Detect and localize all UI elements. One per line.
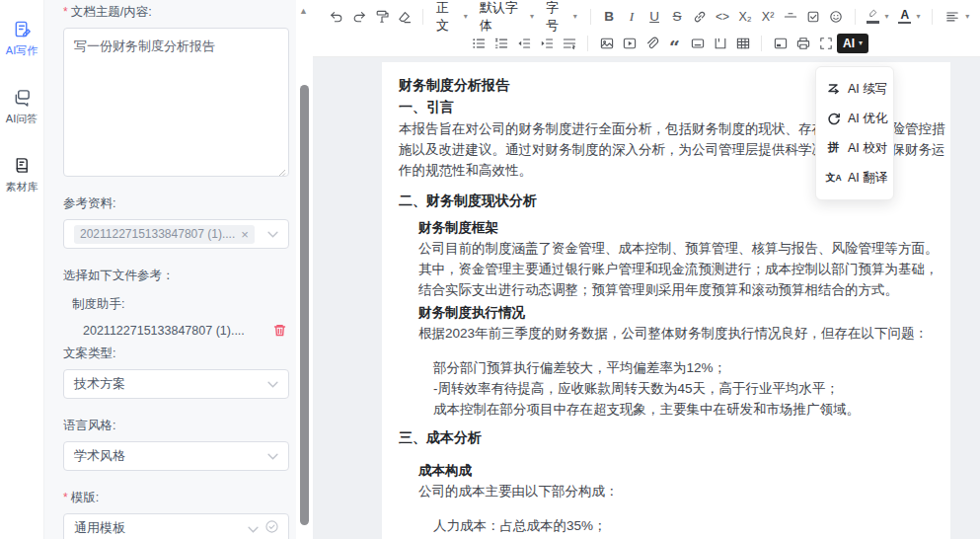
menu-item-ai-optimize[interactable]: AI 优化 — [816, 104, 893, 133]
form-scrollbar: ▲ — [296, 0, 313, 539]
nav-rail: AI写作 AI问答 素材库 — [0, 0, 44, 539]
paragraph-style-dropdown[interactable]: 正文▾ — [430, 6, 474, 28]
assistant-label: 制度助手: — [72, 296, 289, 313]
insert-image-button[interactable] — [595, 33, 618, 54]
document-canvas: 财务制度分析报告 一、引言 本报告旨在对公司的财务制度进行全面分析，包括财务制度… — [313, 57, 980, 539]
italic-button[interactable]: I — [621, 6, 643, 28]
tag-close-icon[interactable]: × — [241, 227, 249, 242]
bullet-list-button[interactable] — [467, 33, 490, 54]
editor-toolbar: 正文▾ 默认字体▾ 字号▾ B I U S <> X₂ X² — [313, 0, 980, 57]
align-dropdown[interactable]: ▾ — [940, 6, 974, 28]
reference-tag: 2021122715133847807 (1).... × — [74, 225, 255, 244]
inline-code-button[interactable]: <> — [712, 6, 734, 28]
app-window: AI写作 AI问答 素材库 *文档主题/内容: 写一份财务制度分析报告 参考资料… — [0, 0, 980, 539]
reference-select[interactable]: 2021122715133847807 (1).... × — [63, 219, 289, 249]
doc-list-item: 成本控制在部分项目中存在超支现象，主要集中在研发和市场推广领域。 — [433, 399, 945, 420]
toolbar-row-1: 正文▾ 默认字体▾ 字号▾ B I U S <> X₂ X² — [325, 3, 974, 30]
align-left-icon — [944, 9, 960, 25]
undo-button[interactable] — [325, 6, 347, 28]
nav-item-label: 素材库 — [6, 180, 38, 194]
bold-button[interactable]: B — [598, 6, 621, 28]
font-size-dropdown[interactable]: 字号▾ — [540, 6, 583, 28]
attachment-button[interactable] — [641, 33, 663, 54]
caret-down-icon: ▾ — [464, 12, 468, 21]
scrollbar-thumb[interactable] — [300, 85, 309, 525]
resize-handle[interactable] — [278, 169, 286, 177]
code-block-button[interactable] — [709, 33, 731, 54]
horizontal-rule-button[interactable] — [780, 6, 802, 28]
doc-paragraph: 公司目前的制度涵盖了资金管理、成本控制、预算管理、核算与报告、风险管理等方面。其… — [418, 238, 945, 300]
doc-type-value: 技术方案 — [74, 375, 125, 393]
style-select[interactable]: 学术风格 — [63, 441, 289, 471]
circle-check-icon — [265, 520, 278, 536]
doc-paragraph: 根据2023年前三季度的财务数据，公司整体财务制度执行情况良好，但存在以下问题： — [418, 323, 945, 344]
caret-down-icon: ▾ — [916, 12, 920, 21]
style-value: 学术风格 — [74, 447, 125, 465]
line-spacing-button[interactable] — [558, 33, 580, 54]
emoji-button[interactable] — [825, 6, 848, 28]
delete-file-icon[interactable] — [272, 323, 287, 338]
caret-down-icon: ▾ — [859, 38, 863, 47]
subscript-button[interactable]: X₂ — [734, 6, 757, 28]
clear-format-button[interactable] — [393, 6, 415, 28]
menu-item-ai-proofread[interactable]: 拼 AI 校对 — [816, 133, 893, 163]
highlight-pen-icon — [867, 9, 879, 24]
doc-heading: 三、成本分析 — [399, 427, 945, 448]
topic-input[interactable]: 写一份财务制度分析报告 — [63, 28, 289, 177]
insert-video-button[interactable] — [618, 33, 641, 54]
scroll-up-icon[interactable]: ▲ — [299, 7, 308, 16]
redo-button[interactable] — [347, 6, 370, 28]
strikethrough-button[interactable]: S — [666, 6, 689, 28]
superscript-button[interactable]: X² — [757, 6, 780, 28]
indent-button[interactable] — [535, 33, 558, 54]
caret-down-icon: ▾ — [884, 12, 888, 21]
underline-button[interactable]: U — [643, 6, 666, 28]
reference-file-name: 2021122715133847807 (1).... — [83, 324, 272, 338]
fullscreen-button[interactable] — [814, 33, 837, 54]
highlight-color-dropdown[interactable]: ▾ — [863, 6, 894, 28]
nav-item-library[interactable]: 素材库 — [6, 156, 38, 194]
ai-proofread-icon: 拼 — [826, 141, 841, 156]
menu-item-ai-continue[interactable]: AI 续写 — [816, 74, 893, 104]
chevron-down-icon — [267, 453, 278, 460]
ai-writing-icon — [13, 20, 32, 40]
caret-down-icon: ▾ — [530, 12, 534, 21]
template-label: *模版: — [63, 490, 289, 506]
nav-item-ai-qa[interactable]: AI问答 — [6, 88, 38, 126]
doc-type-select[interactable]: 技术方案 — [63, 369, 289, 399]
ordered-list-button[interactable] — [490, 33, 512, 54]
divider-block-button[interactable] — [686, 33, 709, 54]
outdent-button[interactable] — [512, 33, 535, 54]
menu-item-ai-translate[interactable]: 文A AI 翻译 — [816, 163, 893, 192]
ai-dropdown-button[interactable]: AI▾ — [837, 34, 868, 53]
print-button[interactable] — [792, 33, 814, 54]
doc-list-item: 人力成本：占总成本的35%； — [433, 515, 945, 536]
page-setup-button[interactable] — [769, 33, 792, 54]
font-color-dropdown[interactable]: A ▾ — [893, 6, 925, 28]
font-family-dropdown[interactable]: 默认字体▾ — [474, 6, 540, 28]
file-select-label: 选择如下文件参考： — [63, 268, 289, 284]
chevron-down-icon — [267, 381, 278, 388]
required-mark: * — [63, 5, 68, 19]
caret-down-icon: ▾ — [573, 12, 577, 21]
insert-table-button[interactable] — [731, 33, 754, 54]
doc-type-label: 文案类型: — [63, 346, 289, 362]
required-mark: * — [63, 491, 68, 504]
toolbar-divider — [587, 36, 588, 51]
blockquote-button[interactable]: “ — [663, 33, 686, 54]
writing-form-panel: *文档主题/内容: 写一份财务制度分析报告 参考资料: 202112271513… — [44, 0, 296, 539]
toolbar-divider — [761, 36, 762, 51]
nav-item-label: AI问答 — [6, 112, 38, 126]
ai-qa-icon — [13, 88, 32, 109]
task-list-button[interactable] — [802, 6, 825, 28]
toolbar-row-2: “ — [325, 30, 974, 56]
toolbar-divider — [590, 9, 591, 25]
template-select[interactable]: 通用模板 — [63, 513, 289, 539]
format-painter-button[interactable] — [370, 6, 393, 28]
link-button[interactable] — [689, 6, 712, 28]
library-icon — [13, 156, 32, 177]
toolbar-divider — [932, 9, 933, 25]
doc-subheading: 成本构成 — [418, 460, 945, 481]
nav-item-ai-writing[interactable]: AI写作 — [6, 20, 38, 58]
chevron-down-icon — [267, 231, 278, 238]
